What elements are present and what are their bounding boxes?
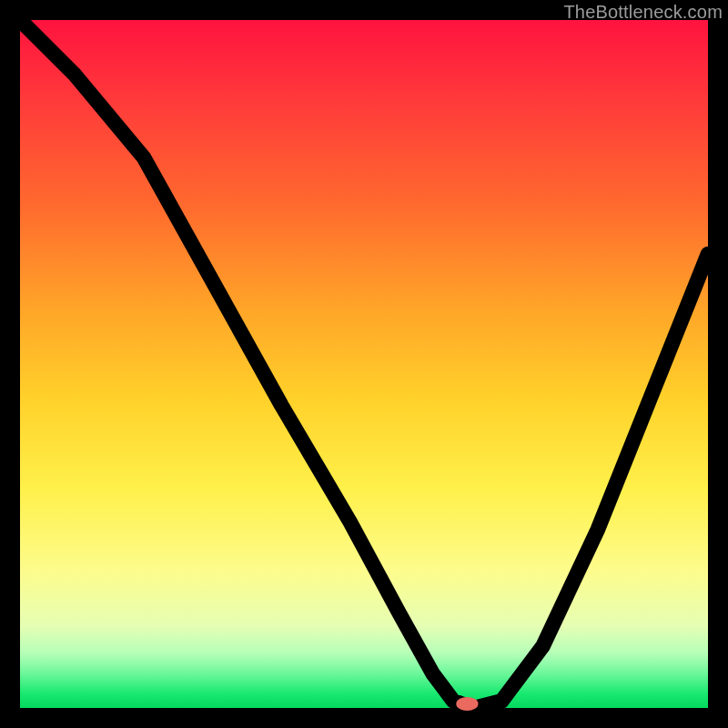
bottleneck-curve [20, 20, 708, 708]
chart-svg [20, 20, 708, 708]
watermark-text: TheBottleneck.com [563, 2, 723, 23]
chart-frame: TheBottleneck.com [0, 0, 728, 728]
optimal-point-marker [456, 697, 478, 711]
plot-area [20, 20, 708, 708]
